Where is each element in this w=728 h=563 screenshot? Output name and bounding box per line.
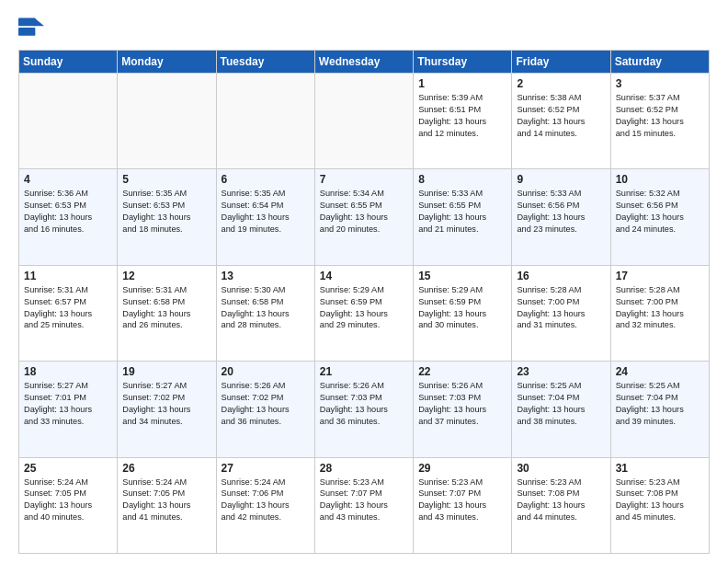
day-number: 21 bbox=[320, 365, 408, 378]
cell-content: Sunrise: 5:31 AM Sunset: 6:58 PM Dayligh… bbox=[122, 284, 210, 332]
day-of-week-header: Tuesday bbox=[216, 51, 314, 74]
day-number: 26 bbox=[122, 462, 210, 475]
cell-content: Sunrise: 5:23 AM Sunset: 7:08 PM Dayligh… bbox=[616, 477, 704, 524]
calendar-cell bbox=[314, 74, 413, 169]
day-number: 29 bbox=[418, 462, 506, 475]
cell-content: Sunrise: 5:39 AM Sunset: 6:51 PM Dayligh… bbox=[418, 92, 506, 140]
day-of-week-header: Wednesday bbox=[314, 51, 413, 74]
cell-content: Sunrise: 5:26 AM Sunset: 7:03 PM Dayligh… bbox=[320, 380, 408, 428]
cell-content: Sunrise: 5:38 AM Sunset: 6:52 PM Dayligh… bbox=[517, 92, 605, 140]
day-of-week-header: Monday bbox=[118, 51, 216, 74]
day-number: 12 bbox=[122, 270, 210, 282]
calendar-cell: 17Sunrise: 5:28 AM Sunset: 7:00 PM Dayli… bbox=[610, 265, 709, 361]
cell-content: Sunrise: 5:34 AM Sunset: 6:55 PM Dayligh… bbox=[320, 188, 408, 236]
calendar-cell: 6Sunrise: 5:35 AM Sunset: 6:54 PM Daylig… bbox=[216, 169, 314, 265]
calendar-cell: 9Sunrise: 5:33 AM Sunset: 6:56 PM Daylig… bbox=[512, 169, 610, 265]
calendar-cell: 14Sunrise: 5:29 AM Sunset: 6:59 PM Dayli… bbox=[314, 265, 413, 361]
header bbox=[18, 15, 710, 40]
calendar-cell bbox=[19, 74, 118, 169]
cell-content: Sunrise: 5:25 AM Sunset: 7:04 PM Dayligh… bbox=[517, 380, 605, 428]
day-number: 16 bbox=[517, 270, 605, 282]
day-of-week-header: Thursday bbox=[414, 51, 512, 74]
logo bbox=[18, 15, 48, 40]
day-number: 6 bbox=[222, 173, 310, 186]
cell-content: Sunrise: 5:28 AM Sunset: 7:00 PM Dayligh… bbox=[616, 284, 704, 332]
calendar-cell: 26Sunrise: 5:24 AM Sunset: 7:05 PM Dayli… bbox=[118, 457, 216, 553]
calendar-cell: 5Sunrise: 5:35 AM Sunset: 6:53 PM Daylig… bbox=[118, 169, 216, 265]
cell-content: Sunrise: 5:23 AM Sunset: 7:07 PM Dayligh… bbox=[320, 477, 408, 524]
cell-content: Sunrise: 5:27 AM Sunset: 7:01 PM Dayligh… bbox=[24, 380, 112, 428]
day-number: 4 bbox=[24, 173, 112, 186]
day-number: 14 bbox=[320, 270, 408, 282]
day-number: 19 bbox=[122, 365, 210, 378]
calendar-week-row: 18Sunrise: 5:27 AM Sunset: 7:01 PM Dayli… bbox=[19, 362, 710, 457]
day-of-week-header: Sunday bbox=[19, 51, 118, 74]
cell-content: Sunrise: 5:29 AM Sunset: 6:59 PM Dayligh… bbox=[320, 284, 408, 332]
day-number: 31 bbox=[616, 462, 704, 475]
cell-content: Sunrise: 5:23 AM Sunset: 7:08 PM Dayligh… bbox=[517, 477, 605, 524]
cell-content: Sunrise: 5:33 AM Sunset: 6:56 PM Dayligh… bbox=[517, 188, 605, 236]
day-number: 7 bbox=[320, 173, 408, 186]
calendar-cell: 24Sunrise: 5:25 AM Sunset: 7:04 PM Dayli… bbox=[610, 362, 709, 457]
calendar-cell: 23Sunrise: 5:25 AM Sunset: 7:04 PM Dayli… bbox=[512, 362, 610, 457]
day-number: 5 bbox=[122, 173, 210, 186]
cell-content: Sunrise: 5:31 AM Sunset: 6:57 PM Dayligh… bbox=[24, 284, 112, 332]
calendar-table: SundayMondayTuesdayWednesdayThursdayFrid… bbox=[18, 50, 710, 554]
calendar-cell: 19Sunrise: 5:27 AM Sunset: 7:02 PM Dayli… bbox=[118, 362, 216, 457]
day-of-week-header: Friday bbox=[512, 51, 610, 74]
calendar-cell: 2Sunrise: 5:38 AM Sunset: 6:52 PM Daylig… bbox=[512, 74, 610, 169]
cell-content: Sunrise: 5:26 AM Sunset: 7:02 PM Dayligh… bbox=[222, 380, 310, 428]
calendar-cell: 20Sunrise: 5:26 AM Sunset: 7:02 PM Dayli… bbox=[216, 362, 314, 457]
day-number: 3 bbox=[616, 77, 704, 90]
calendar-cell: 11Sunrise: 5:31 AM Sunset: 6:57 PM Dayli… bbox=[19, 265, 118, 361]
day-number: 13 bbox=[222, 270, 310, 282]
calendar-cell: 29Sunrise: 5:23 AM Sunset: 7:07 PM Dayli… bbox=[414, 457, 512, 553]
calendar-cell: 12Sunrise: 5:31 AM Sunset: 6:58 PM Dayli… bbox=[118, 265, 216, 361]
calendar-cell: 13Sunrise: 5:30 AM Sunset: 6:58 PM Dayli… bbox=[216, 265, 314, 361]
calendar-cell: 8Sunrise: 5:33 AM Sunset: 6:55 PM Daylig… bbox=[414, 169, 512, 265]
calendar-week-row: 11Sunrise: 5:31 AM Sunset: 6:57 PM Dayli… bbox=[19, 265, 710, 361]
calendar-cell: 15Sunrise: 5:29 AM Sunset: 6:59 PM Dayli… bbox=[414, 265, 512, 361]
day-number: 18 bbox=[24, 365, 112, 378]
calendar-cell: 22Sunrise: 5:26 AM Sunset: 7:03 PM Dayli… bbox=[414, 362, 512, 457]
cell-content: Sunrise: 5:24 AM Sunset: 7:06 PM Dayligh… bbox=[222, 477, 310, 524]
day-number: 2 bbox=[517, 77, 605, 90]
logo-icon bbox=[18, 15, 44, 40]
day-number: 1 bbox=[418, 77, 506, 90]
calendar-cell: 3Sunrise: 5:37 AM Sunset: 6:52 PM Daylig… bbox=[610, 74, 709, 169]
cell-content: Sunrise: 5:23 AM Sunset: 7:07 PM Dayligh… bbox=[418, 477, 506, 524]
calendar-week-row: 25Sunrise: 5:24 AM Sunset: 7:05 PM Dayli… bbox=[19, 457, 710, 553]
calendar-week-row: 4Sunrise: 5:36 AM Sunset: 6:53 PM Daylig… bbox=[19, 169, 710, 265]
day-number: 22 bbox=[418, 365, 506, 378]
cell-content: Sunrise: 5:27 AM Sunset: 7:02 PM Dayligh… bbox=[122, 380, 210, 428]
day-number: 8 bbox=[418, 173, 506, 186]
svg-marker-0 bbox=[35, 18, 45, 27]
day-number: 11 bbox=[24, 270, 112, 282]
calendar-cell: 28Sunrise: 5:23 AM Sunset: 7:07 PM Dayli… bbox=[314, 457, 413, 553]
day-number: 24 bbox=[616, 365, 704, 378]
day-number: 25 bbox=[24, 462, 112, 475]
cell-content: Sunrise: 5:35 AM Sunset: 6:53 PM Dayligh… bbox=[122, 188, 210, 236]
calendar-cell: 18Sunrise: 5:27 AM Sunset: 7:01 PM Dayli… bbox=[19, 362, 118, 457]
day-number: 28 bbox=[320, 462, 408, 475]
day-number: 27 bbox=[222, 462, 310, 475]
cell-content: Sunrise: 5:35 AM Sunset: 6:54 PM Dayligh… bbox=[222, 188, 310, 236]
calendar-cell: 27Sunrise: 5:24 AM Sunset: 7:06 PM Dayli… bbox=[216, 457, 314, 553]
cell-content: Sunrise: 5:32 AM Sunset: 6:56 PM Dayligh… bbox=[616, 188, 704, 236]
calendar-header-row: SundayMondayTuesdayWednesdayThursdayFrid… bbox=[19, 51, 710, 74]
cell-content: Sunrise: 5:29 AM Sunset: 6:59 PM Dayligh… bbox=[418, 284, 506, 332]
cell-content: Sunrise: 5:24 AM Sunset: 7:05 PM Dayligh… bbox=[24, 477, 112, 524]
cell-content: Sunrise: 5:28 AM Sunset: 7:00 PM Dayligh… bbox=[517, 284, 605, 332]
cell-content: Sunrise: 5:33 AM Sunset: 6:55 PM Dayligh… bbox=[418, 188, 506, 236]
calendar-cell: 21Sunrise: 5:26 AM Sunset: 7:03 PM Dayli… bbox=[314, 362, 413, 457]
day-number: 23 bbox=[517, 365, 605, 378]
calendar-cell: 16Sunrise: 5:28 AM Sunset: 7:00 PM Dayli… bbox=[512, 265, 610, 361]
day-number: 30 bbox=[517, 462, 605, 475]
calendar-cell: 1Sunrise: 5:39 AM Sunset: 6:51 PM Daylig… bbox=[414, 74, 512, 169]
page: SundayMondayTuesdayWednesdayThursdayFrid… bbox=[0, 0, 728, 563]
calendar-cell: 4Sunrise: 5:36 AM Sunset: 6:53 PM Daylig… bbox=[19, 169, 118, 265]
calendar-cell: 10Sunrise: 5:32 AM Sunset: 6:56 PM Dayli… bbox=[610, 169, 709, 265]
calendar-cell: 31Sunrise: 5:23 AM Sunset: 7:08 PM Dayli… bbox=[610, 457, 709, 553]
calendar-cell: 7Sunrise: 5:34 AM Sunset: 6:55 PM Daylig… bbox=[314, 169, 413, 265]
calendar-cell: 30Sunrise: 5:23 AM Sunset: 7:08 PM Dayli… bbox=[512, 457, 610, 553]
